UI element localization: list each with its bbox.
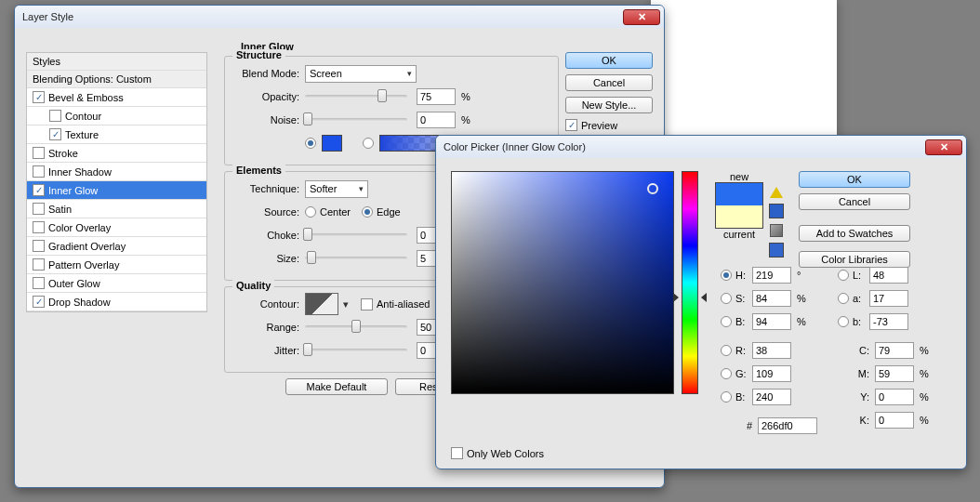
style-contour[interactable]: Contour [27,107,206,126]
current-color-swatch[interactable] [716,205,762,228]
contour-picker[interactable] [305,293,338,315]
y-label: Y: [838,391,869,403]
l-radio[interactable] [838,270,849,281]
h-label: H: [735,270,752,281]
checkbox[interactable] [33,221,45,233]
cancel-button[interactable]: Cancel [565,74,653,91]
s-input[interactable] [752,290,791,307]
make-default-button[interactable]: Make Default [285,378,388,395]
gamut-swatch[interactable] [769,204,784,218]
a-input[interactable] [869,290,908,307]
style-outer-glow[interactable]: Outer Glow [27,274,206,293]
jitter-slider[interactable] [305,349,407,352]
noise-input[interactable] [417,112,456,128]
range-slider[interactable] [305,325,407,329]
opacity-input[interactable] [417,88,456,105]
checkbox[interactable] [33,258,45,271]
y-input[interactable] [875,389,914,405]
h-input[interactable] [752,267,791,284]
m-input[interactable] [875,365,914,382]
web-colors-checkbox[interactable] [451,447,463,459]
checkbox[interactable] [33,240,45,252]
slider-thumb[interactable] [303,343,312,356]
l-input[interactable] [869,267,908,284]
slider-thumb[interactable] [351,320,361,333]
close-button[interactable]: ✕ [925,139,962,155]
slider-thumb[interactable] [303,112,312,126]
websafe-warning-icon[interactable] [770,224,783,237]
titlebar[interactable]: Color Picker (Inner Glow Color) ✕ [436,136,966,158]
h-radio[interactable] [721,270,732,281]
checkbox[interactable] [49,110,61,122]
g-label: G: [735,368,752,379]
lb-radio[interactable] [838,316,849,327]
hue-strip[interactable] [682,171,698,394]
add-swatches-button[interactable]: Add to Swatches [799,225,910,242]
aa-checkbox[interactable] [361,298,373,310]
glow-gradient-radio[interactable] [363,138,374,149]
technique-dropdown[interactable]: Softer [305,180,368,198]
b-input[interactable] [752,313,791,330]
k-input[interactable] [875,412,914,429]
new-label: new [730,171,748,182]
ok-button[interactable]: OK [799,171,910,188]
blending-options-row[interactable]: Blending Options: Custom [27,71,206,88]
bc-label: B: [735,391,752,403]
opacity-slider[interactable] [305,95,407,99]
bc-input[interactable] [752,389,791,405]
titlebar[interactable]: Layer Style ✕ [15,6,664,28]
noise-slider[interactable] [305,118,407,122]
b-radio[interactable] [721,316,732,327]
color-field[interactable] [451,171,674,394]
checkbox[interactable] [33,203,45,215]
glow-color-swatch[interactable] [322,135,342,152]
choke-slider[interactable] [305,233,407,237]
preview-checkbox[interactable]: ✓ [565,119,577,131]
s-radio[interactable] [721,293,732,304]
style-bevel-emboss[interactable]: ✓Bevel & Emboss [27,88,206,107]
close-button[interactable]: ✕ [623,9,660,25]
style-stroke[interactable]: Stroke [27,144,206,163]
hex-input[interactable] [758,417,817,434]
a-radio[interactable] [838,293,849,304]
checkbox[interactable] [33,147,45,159]
g-radio[interactable] [721,368,732,379]
style-pattern-overlay[interactable]: Pattern Overlay [27,256,206,274]
c-input[interactable] [875,342,914,359]
slider-thumb[interactable] [307,251,316,264]
checkbox[interactable]: ✓ [33,296,45,308]
style-texture[interactable]: ✓Texture [27,126,206,144]
r-input[interactable] [752,342,791,359]
hue-pointer[interactable] [675,293,705,302]
checkbox[interactable]: ✓ [33,184,45,196]
checkbox[interactable] [33,277,45,289]
ok-button[interactable]: OK [565,52,653,69]
checkbox[interactable]: ✓ [49,128,61,140]
g-input[interactable] [752,365,791,382]
style-inner-shadow[interactable]: Inner Shadow [27,163,206,181]
checkbox[interactable]: ✓ [33,91,45,103]
style-drop-shadow[interactable]: ✓Drop Shadow [27,293,206,311]
gamut-warning-icon[interactable] [770,187,783,198]
websafe-swatch[interactable] [769,243,784,258]
styles-header[interactable]: Styles [27,53,206,71]
r-radio[interactable] [721,345,732,356]
cancel-button[interactable]: Cancel [799,193,910,210]
glow-color-radio[interactable] [305,138,316,149]
source-edge-radio[interactable] [362,206,373,218]
bc-radio[interactable] [721,391,732,403]
slider-thumb[interactable] [377,89,387,102]
slider-thumb[interactable] [303,228,312,241]
size-slider[interactable] [305,257,407,260]
blend-mode-dropdown[interactable]: Screen [305,65,417,83]
checkbox[interactable] [33,165,45,178]
lb-input[interactable] [869,313,908,330]
new-style-button[interactable]: New Style... [565,97,653,113]
style-satin[interactable]: Satin [27,200,206,218]
source-center-radio[interactable] [305,206,316,218]
style-inner-glow[interactable]: ✓Inner Glow [27,181,206,200]
style-gradient-overlay[interactable]: Gradient Overlay [27,237,206,256]
center-label: Center [320,206,351,218]
style-color-overlay[interactable]: Color Overlay [27,218,206,237]
new-color-swatch[interactable] [716,183,762,205]
